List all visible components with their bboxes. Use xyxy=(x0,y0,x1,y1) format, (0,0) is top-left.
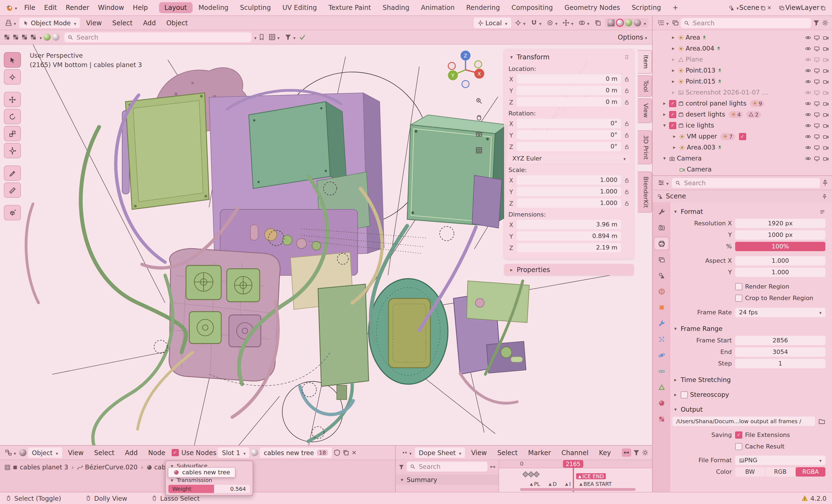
timeline-scrollbar[interactable] xyxy=(520,488,635,491)
snap-button[interactable] xyxy=(529,18,543,28)
tool-add-cube[interactable] xyxy=(4,205,21,220)
workspace-tab-compositing[interactable]: Compositing xyxy=(506,2,558,13)
pivot-point-button[interactable] xyxy=(513,18,527,28)
viewport-menu-select[interactable]: Select xyxy=(108,18,137,28)
outliner-item[interactable]: Area.004 xyxy=(654,43,831,54)
color-rgb-button[interactable]: RGB xyxy=(765,467,795,477)
dimensions-x-field[interactable]: 3.96 m xyxy=(517,220,621,229)
outliner-item[interactable]: Point.013 xyxy=(654,65,831,76)
dimensions-y-field[interactable]: 0.894 m xyxy=(517,231,621,241)
shading-material-button[interactable] xyxy=(625,19,632,26)
hide-eye-icon[interactable] xyxy=(805,56,811,62)
npanel-tab-item[interactable]: Item xyxy=(638,50,652,74)
disable-render-icon[interactable] xyxy=(823,133,829,139)
material-preview-icon[interactable] xyxy=(251,449,258,456)
disable-viewport-icon[interactable] xyxy=(814,34,820,40)
filter-funnel-icon[interactable] xyxy=(633,449,640,456)
location-x-field[interactable]: 0 m xyxy=(517,74,621,84)
timeline-marker[interactable]: ▲D xyxy=(549,481,556,487)
dope-menu-view[interactable]: View xyxy=(467,448,491,457)
properties-tab-constraints[interactable] xyxy=(654,365,669,377)
view-layer-selector[interactable]: ViewLayer xyxy=(777,3,828,12)
frame-rate-select[interactable]: 24 fps xyxy=(735,308,825,317)
output-path-field[interactable]: /Users/Shana/Docum...low output all fram… xyxy=(672,417,815,426)
shader-menu-view[interactable]: View xyxy=(63,448,88,457)
search-options-icon[interactable] xyxy=(253,33,256,41)
dope-menu-select[interactable]: Select xyxy=(493,448,522,457)
viewport-menu-add[interactable]: Add xyxy=(139,18,160,28)
lock-icon[interactable] xyxy=(624,200,629,206)
hide-eye-icon[interactable] xyxy=(805,144,811,150)
paint-mask-b-icon[interactable] xyxy=(12,33,19,41)
scene-selector[interactable]: Scene xyxy=(727,3,774,12)
editor-type-button[interactable] xyxy=(399,448,413,457)
breadcrumb-object[interactable]: cables planet 3 xyxy=(20,463,68,471)
menu-render[interactable]: Render xyxy=(61,3,94,12)
outliner-item[interactable]: Plane xyxy=(654,54,831,65)
outliner-search-input[interactable] xyxy=(692,19,808,27)
snap-target-button[interactable] xyxy=(267,32,281,42)
shader-type-icon[interactable] xyxy=(19,449,26,456)
properties-tab-scene[interactable] xyxy=(654,269,669,281)
collection-checkbox[interactable] xyxy=(669,111,676,118)
disable-viewport-icon[interactable] xyxy=(814,155,820,161)
presets-menu-icon[interactable] xyxy=(820,208,825,215)
properties-tab-modifiers[interactable] xyxy=(654,317,669,329)
aspect-y-field[interactable]: 1.000 xyxy=(735,268,825,277)
color-rgba-button[interactable]: RGBA xyxy=(796,467,825,477)
tool-rotate[interactable] xyxy=(4,109,21,124)
disable-render-icon[interactable] xyxy=(823,45,829,51)
workspace-tab-animation[interactable]: Animation xyxy=(415,2,460,13)
menu-help[interactable]: Help xyxy=(129,3,152,12)
workspace-tab-rendering[interactable]: Rendering xyxy=(461,2,505,13)
shading-wireframe-button[interactable] xyxy=(607,19,615,26)
rotation-y-field[interactable]: 0° xyxy=(517,130,621,140)
checkbox-icon[interactable] xyxy=(681,391,688,398)
slot-select[interactable]: Slot 1 xyxy=(218,447,250,458)
show-overlays-button[interactable] xyxy=(577,18,591,28)
viewport-menu-view[interactable]: View xyxy=(82,18,106,28)
file-format-select[interactable]: PNG xyxy=(735,456,825,465)
lock-icon[interactable] xyxy=(624,177,629,183)
dope-mode-select[interactable]: Dope Sheet xyxy=(415,447,465,458)
disable-render-icon[interactable] xyxy=(823,56,829,62)
properties-tab-particles[interactable] xyxy=(654,333,669,345)
pin-icon[interactable] xyxy=(822,179,829,186)
shader-menu-node[interactable]: Node xyxy=(144,448,170,457)
disable-render-icon[interactable] xyxy=(823,89,829,95)
shader-menu-add[interactable]: Add xyxy=(121,448,142,457)
frame-step-field[interactable]: 1 xyxy=(735,359,825,368)
dope-menu-marker[interactable]: Marker xyxy=(524,448,555,457)
unlink-material-icon[interactable] xyxy=(352,450,357,456)
tool-move[interactable] xyxy=(4,92,21,107)
disable-render-icon[interactable] xyxy=(823,100,829,106)
filter-button[interactable] xyxy=(283,32,297,42)
tool-annotate[interactable] xyxy=(4,165,21,181)
summary-channel[interactable]: Summary xyxy=(396,474,498,485)
properties-tab-world[interactable] xyxy=(654,285,669,297)
new-scene-icon[interactable] xyxy=(760,5,766,11)
disable-viewport-icon[interactable] xyxy=(814,56,820,62)
disclosure-icon[interactable] xyxy=(670,90,676,95)
pin-icon[interactable] xyxy=(822,193,828,199)
cache-result-checkbox[interactable]: Cache Result xyxy=(735,443,784,450)
hide-eye-icon[interactable] xyxy=(805,34,811,40)
rotation-mode-select[interactable]: XYZ Euler xyxy=(509,153,629,164)
shading-solid-button[interactable] xyxy=(616,19,623,26)
outliner-collection[interactable]: desert lights42 xyxy=(654,109,831,120)
lock-icon[interactable] xyxy=(624,76,629,82)
dope-menu-channel[interactable]: Channel xyxy=(557,448,593,457)
workspace-tab-modeling[interactable]: Modeling xyxy=(193,2,234,13)
outliner-item[interactable]: Area.003 xyxy=(654,142,831,153)
disclosure-icon[interactable] xyxy=(671,134,677,139)
disable-render-icon[interactable] xyxy=(823,67,829,74)
shading-rendered-button[interactable] xyxy=(634,19,641,26)
disable-render-icon[interactable] xyxy=(823,111,829,117)
outliner-collection[interactable]: ice lights xyxy=(654,120,831,131)
viewport-menu-object[interactable]: Object xyxy=(162,18,192,28)
tool-scale[interactable] xyxy=(4,126,21,141)
properties-tab-object-data[interactable] xyxy=(654,381,669,393)
fake-user-shield-icon[interactable] xyxy=(334,449,341,456)
properties-collapsed-panel[interactable]: Properties xyxy=(504,264,634,275)
material-users-badge[interactable]: 18 xyxy=(317,450,328,456)
